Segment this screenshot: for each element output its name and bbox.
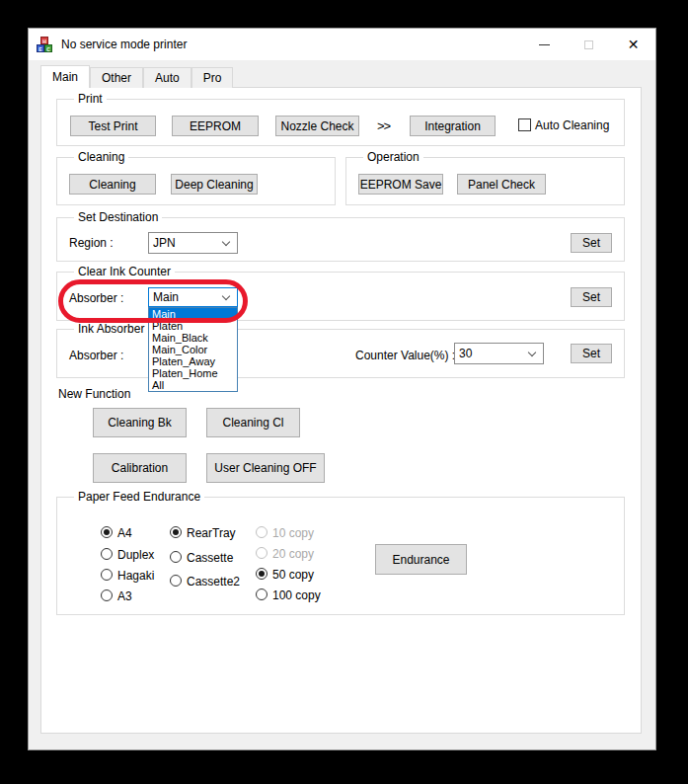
set-destination-set-button[interactable]: Set — [571, 233, 612, 253]
minimize-button[interactable] — [522, 29, 567, 60]
radio-cassette[interactable] — [170, 551, 182, 563]
clear-ink-counter-group: Clear Ink Counter — [56, 272, 625, 321]
user-cleaning-off-button[interactable]: User Cleaning OFF — [206, 453, 325, 483]
app-icon-red-block: H — [40, 37, 48, 44]
eeprom-button[interactable]: EEPROM — [172, 116, 259, 136]
dropdown-item-all[interactable]: All — [149, 379, 237, 391]
tab-strip: Main Other Auto Pro — [40, 65, 233, 88]
radio-a4[interactable] — [101, 526, 113, 538]
region-combobox[interactable]: JPN — [148, 232, 238, 254]
auto-cleaning-label: Auto Cleaning — [535, 118, 609, 132]
new-function-label: New Function — [58, 387, 130, 401]
set-destination-group-label: Set Destination — [74, 210, 162, 224]
clear-ink-absorber-label: Absorber : — [69, 291, 123, 305]
chevron-down-icon — [222, 238, 230, 246]
deep-cleaning-button[interactable]: Deep Cleaning — [171, 174, 258, 195]
dropdown-item-platen-home[interactable]: Platen_Home — [149, 367, 237, 379]
eeprom-save-button[interactable]: EEPROM Save — [358, 174, 443, 195]
integration-button[interactable]: Integration — [410, 116, 496, 136]
chevron-down-icon — [222, 292, 230, 300]
app-window: H E C No service mode printer ✕ Main Oth… — [28, 28, 656, 750]
tab-page-main: Print Test Print EEPROM Nozzle Check >> … — [40, 87, 642, 734]
radio-a4-label: A4 — [117, 526, 132, 540]
absorber-dropdown-list: Main Platen Main_Black Main_Color Platen… — [148, 307, 238, 392]
cleaning-cl-button[interactable]: Cleaning Cl — [206, 408, 300, 437]
maximize-icon — [584, 40, 593, 49]
dropdown-item-platen[interactable]: Platen — [149, 320, 237, 332]
radio-100copy[interactable] — [256, 588, 268, 600]
radio-duplex[interactable] — [101, 548, 113, 560]
tab-main[interactable]: Main — [40, 65, 90, 88]
radio-cassette-label: Cassette — [187, 551, 233, 565]
chevron-down-icon — [528, 349, 536, 356]
dropdown-item-platen-away[interactable]: Platen_Away — [149, 355, 237, 367]
radio-a3-label: A3 — [117, 589, 132, 603]
clear-ink-counter-group-label: Clear Ink Counter — [74, 265, 175, 278]
radio-duplex-label: Duplex — [117, 548, 154, 562]
close-button[interactable]: ✕ — [611, 29, 655, 60]
app-icon-green-block: C — [44, 44, 52, 52]
radio-a3[interactable] — [101, 589, 113, 601]
set-destination-group: Set Destination — [56, 217, 625, 262]
dropdown-item-main-color[interactable]: Main_Color — [149, 344, 237, 355]
panel-check-button[interactable]: Panel Check — [457, 174, 546, 195]
app-icon-blue-block: E — [37, 44, 44, 52]
window-title: No service mode printer — [61, 38, 522, 51]
dropdown-item-main-black[interactable]: Main_Black — [149, 332, 237, 344]
tab-auto[interactable]: Auto — [143, 67, 191, 88]
radio-cassette2[interactable] — [170, 575, 182, 587]
radio-20copy-label: 20 copy — [272, 547, 314, 561]
app-icon: H E C — [37, 37, 53, 52]
test-print-button[interactable]: Test Print — [70, 116, 156, 136]
paper-feed-endurance-group-label: Paper Feed Endurance — [74, 490, 204, 504]
radio-20copy — [256, 547, 268, 559]
region-combobox-value: JPN — [153, 236, 176, 250]
auto-cleaning-checkbox[interactable] — [518, 118, 531, 131]
calibration-button[interactable]: Calibration — [93, 453, 187, 483]
dropdown-item-main[interactable]: Main — [149, 308, 237, 320]
counter-value-label: Counter Value(%) : — [355, 349, 455, 362]
tab-other[interactable]: Other — [90, 67, 143, 88]
radio-50copy[interactable] — [256, 568, 268, 580]
maximize-button[interactable] — [567, 29, 611, 60]
radio-10copy-label: 10 copy — [272, 526, 314, 540]
ink-absorber-set-button[interactable]: Set — [571, 344, 612, 363]
radio-50copy-label: 50 copy — [272, 568, 314, 582]
clear-ink-absorber-value: Main — [153, 290, 179, 304]
arrow-separator: >> — [377, 118, 390, 133]
title-bar: H E C No service mode printer ✕ — [29, 29, 655, 60]
radio-hagaki-label: Hagaki — [117, 569, 154, 583]
counter-value: 30 — [459, 347, 472, 360]
radio-10copy — [256, 526, 268, 538]
radio-100copy-label: 100 copy — [272, 588, 321, 602]
radio-cassette2-label: Cassette2 — [187, 575, 240, 588]
cleaning-bk-button[interactable]: Cleaning Bk — [93, 408, 187, 437]
print-group-label: Print — [74, 92, 107, 106]
radio-hagaki[interactable] — [101, 569, 113, 581]
minimize-icon — [539, 44, 550, 45]
clear-ink-set-button[interactable]: Set — [571, 287, 612, 307]
radio-reartray-label: RearTray — [187, 526, 236, 540]
cleaning-button[interactable]: Cleaning — [69, 174, 156, 195]
cleaning-group-label: Cleaning — [74, 150, 128, 164]
radio-reartray[interactable] — [170, 526, 182, 538]
clear-ink-absorber-combobox[interactable]: Main — [148, 287, 238, 307]
endurance-button[interactable]: Endurance — [375, 544, 467, 575]
region-label: Region : — [69, 236, 114, 250]
counter-value-combobox[interactable]: 30 — [454, 343, 544, 364]
nozzle-check-button[interactable]: Nozzle Check — [275, 116, 359, 136]
operation-group-label: Operation — [363, 150, 423, 164]
close-icon: ✕ — [628, 37, 640, 52]
tab-pro[interactable]: Pro — [191, 67, 234, 88]
ink-absorber-absorber-label: Absorber : — [69, 349, 123, 362]
